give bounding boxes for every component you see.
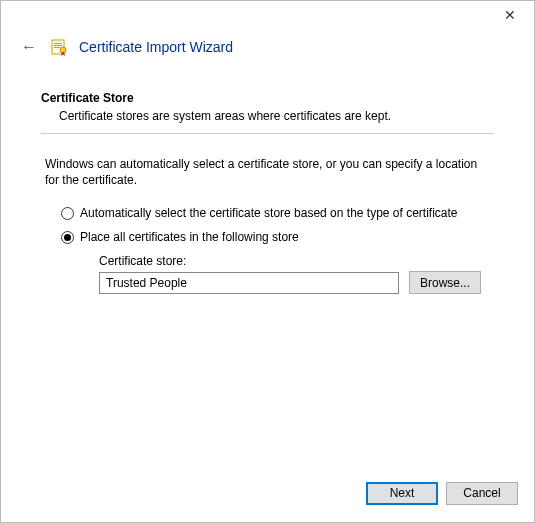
radio-group: Automatically select the certificate sto… (41, 206, 494, 294)
cancel-button[interactable]: Cancel (446, 482, 518, 505)
radio-icon (61, 231, 74, 244)
intro-text: Windows can automatically select a certi… (41, 156, 494, 188)
store-block: Certificate store: Browse... (61, 254, 494, 294)
certificate-store-input[interactable] (99, 272, 399, 294)
radio-icon (61, 207, 74, 220)
radio-auto[interactable]: Automatically select the certificate sto… (61, 206, 494, 220)
radio-auto-label: Automatically select the certificate sto… (80, 206, 458, 220)
titlebar: ✕ (1, 1, 534, 31)
next-button[interactable]: Next (366, 482, 438, 505)
close-icon[interactable]: ✕ (496, 5, 524, 25)
wizard-window: ✕ ← Certificate Import Wizard Certificat… (0, 0, 535, 523)
separator (41, 133, 494, 134)
store-row: Browse... (99, 271, 494, 294)
section-subtext: Certificate stores are system areas wher… (41, 109, 494, 123)
footer: Next Cancel (1, 470, 534, 522)
header: ← Certificate Import Wizard (1, 31, 534, 71)
section-heading: Certificate Store (41, 91, 494, 105)
store-label: Certificate store: (99, 254, 494, 268)
svg-rect-1 (54, 43, 62, 44)
content-area: Certificate Store Certificate stores are… (1, 71, 534, 470)
svg-rect-3 (54, 47, 60, 48)
radio-place-label: Place all certificates in the following … (80, 230, 299, 244)
certificate-icon (51, 38, 69, 56)
wizard-title: Certificate Import Wizard (79, 39, 233, 55)
svg-rect-2 (54, 45, 62, 46)
back-arrow-icon[interactable]: ← (17, 37, 41, 57)
browse-button[interactable]: Browse... (409, 271, 481, 294)
radio-place[interactable]: Place all certificates in the following … (61, 230, 494, 244)
